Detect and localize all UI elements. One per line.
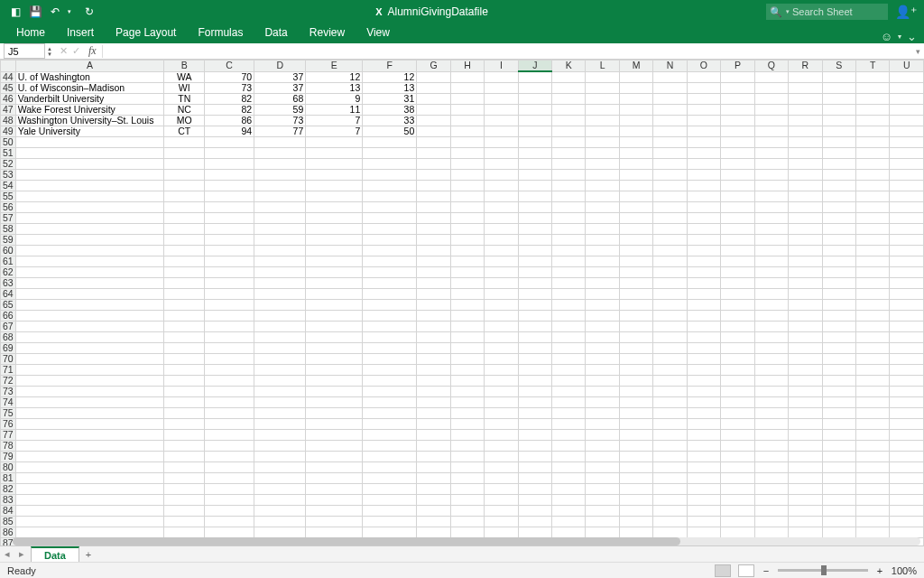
cell[interactable] xyxy=(164,136,205,147)
cell[interactable] xyxy=(619,223,652,234)
cell[interactable] xyxy=(822,104,855,115)
cell[interactable] xyxy=(721,429,754,440)
cell[interactable] xyxy=(855,277,889,288)
cell[interactable] xyxy=(417,386,450,396)
row-header[interactable]: 83 xyxy=(1,494,16,505)
cell[interactable] xyxy=(518,331,551,342)
cell[interactable] xyxy=(754,180,788,191)
cell[interactable] xyxy=(687,266,720,277)
cell[interactable] xyxy=(619,234,652,245)
cell[interactable] xyxy=(164,407,205,418)
row-header[interactable]: 71 xyxy=(1,364,16,375)
cell[interactable] xyxy=(653,472,687,483)
cell[interactable] xyxy=(518,234,551,245)
cell[interactable] xyxy=(485,516,518,527)
cell[interactable] xyxy=(485,201,518,212)
cell[interactable] xyxy=(890,191,924,201)
cell[interactable] xyxy=(653,191,687,201)
cell[interactable] xyxy=(721,277,754,288)
cell[interactable] xyxy=(754,483,788,494)
column-header-M[interactable]: M xyxy=(619,61,652,72)
cell[interactable] xyxy=(687,104,720,115)
cell[interactable] xyxy=(754,266,788,277)
cell[interactable] xyxy=(890,451,924,461)
cell[interactable] xyxy=(822,375,855,386)
cell[interactable] xyxy=(518,147,551,158)
cell[interactable] xyxy=(586,375,619,386)
cell[interactable] xyxy=(754,288,788,299)
cell[interactable] xyxy=(15,310,164,321)
cell[interactable] xyxy=(890,104,924,115)
cell[interactable] xyxy=(450,234,484,245)
row-header[interactable]: 86 xyxy=(1,527,16,537)
cell[interactable] xyxy=(485,472,518,483)
cell[interactable] xyxy=(518,440,551,451)
cell[interactable] xyxy=(789,516,822,527)
tab-data[interactable]: Data xyxy=(254,23,298,43)
cell[interactable] xyxy=(653,158,687,169)
cell[interactable] xyxy=(450,71,484,82)
cell[interactable] xyxy=(204,299,254,310)
cell[interactable] xyxy=(15,516,164,527)
cell[interactable] xyxy=(164,386,205,396)
cell[interactable] xyxy=(551,407,585,418)
cell[interactable] xyxy=(417,299,450,310)
cell[interactable] xyxy=(855,234,889,245)
cell[interactable] xyxy=(485,169,518,180)
cell[interactable] xyxy=(721,483,754,494)
cell[interactable] xyxy=(754,158,788,169)
cell[interactable] xyxy=(306,266,363,277)
cell[interactable] xyxy=(450,82,484,93)
cell[interactable] xyxy=(653,461,687,472)
cell[interactable] xyxy=(586,310,619,321)
cell[interactable] xyxy=(164,180,205,191)
cell[interactable] xyxy=(306,256,363,266)
cell[interactable] xyxy=(721,115,754,126)
cell[interactable] xyxy=(551,396,585,407)
cell[interactable] xyxy=(754,516,788,527)
column-header-R[interactable]: R xyxy=(789,61,822,72)
row-header[interactable]: 69 xyxy=(1,342,16,353)
row-header[interactable]: 57 xyxy=(1,212,16,223)
search-dropdown-icon[interactable]: ▾ xyxy=(786,8,790,15)
cell[interactable] xyxy=(518,256,551,266)
cell[interactable] xyxy=(254,288,306,299)
cell[interactable] xyxy=(450,331,484,342)
cell[interactable] xyxy=(417,201,450,212)
cell[interactable] xyxy=(890,418,924,429)
cell[interactable]: 50 xyxy=(363,126,417,136)
cell[interactable] xyxy=(363,429,417,440)
cell[interactable] xyxy=(417,288,450,299)
cell[interactable] xyxy=(518,407,551,418)
cell[interactable] xyxy=(164,375,205,386)
cell[interactable] xyxy=(306,180,363,191)
cell[interactable] xyxy=(687,126,720,136)
cell[interactable] xyxy=(687,93,720,104)
row-header[interactable]: 52 xyxy=(1,158,16,169)
cell[interactable] xyxy=(518,429,551,440)
cell[interactable] xyxy=(721,310,754,321)
cell[interactable] xyxy=(721,321,754,331)
cell[interactable] xyxy=(306,191,363,201)
cell[interactable] xyxy=(855,299,889,310)
cell[interactable] xyxy=(754,505,788,516)
cell[interactable] xyxy=(306,396,363,407)
cell[interactable] xyxy=(254,147,306,158)
cell[interactable] xyxy=(485,483,518,494)
row-header[interactable]: 74 xyxy=(1,396,16,407)
row-header[interactable]: 49 xyxy=(1,126,16,136)
cell[interactable] xyxy=(254,331,306,342)
cell[interactable] xyxy=(855,353,889,364)
cell[interactable] xyxy=(890,396,924,407)
cell[interactable] xyxy=(822,136,855,147)
cell[interactable] xyxy=(822,158,855,169)
cell[interactable] xyxy=(754,342,788,353)
cell[interactable] xyxy=(586,277,619,288)
cell[interactable] xyxy=(687,234,720,245)
cell[interactable] xyxy=(363,342,417,353)
cell[interactable]: 73 xyxy=(204,82,254,93)
cell[interactable] xyxy=(551,386,585,396)
cell[interactable] xyxy=(855,201,889,212)
cell[interactable] xyxy=(890,461,924,472)
cell[interactable] xyxy=(822,245,855,256)
